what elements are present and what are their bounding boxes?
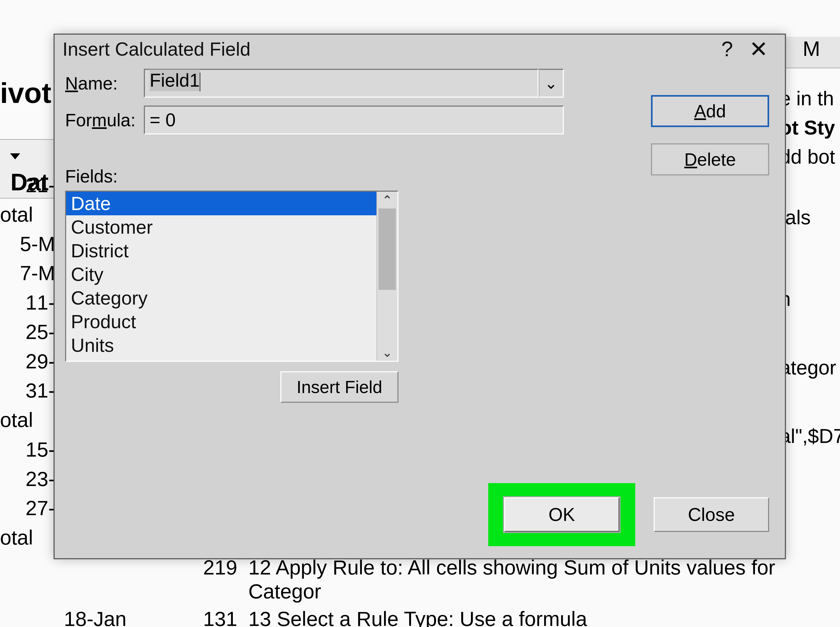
close-button[interactable]: Close (654, 497, 769, 532)
close-icon[interactable]: ✕ (743, 36, 774, 62)
list-item[interactable]: Customer (66, 215, 376, 239)
cell[interactable]: 15- (0, 435, 55, 465)
cell[interactable]: 25- (0, 317, 55, 347)
list-item[interactable]: District (66, 239, 376, 263)
dialog-titlebar[interactable]: Insert Calculated Field ? ✕ (55, 35, 785, 63)
name-dropdown-button[interactable]: ⌄ (539, 69, 564, 98)
delete-button[interactable]: Delete (651, 143, 769, 175)
list-item[interactable]: City (66, 263, 376, 286)
text-caret (200, 72, 200, 91)
list-item[interactable]: Price (66, 357, 376, 361)
scroll-thumb[interactable] (379, 208, 396, 290)
cell[interactable]: 27- (0, 494, 55, 523)
insert-field-button[interactable]: Insert Field (280, 371, 398, 403)
fields-listbox[interactable]: Date Customer District City Category Pro… (65, 191, 398, 362)
ok-highlight: OK (488, 483, 635, 546)
list-item[interactable]: Product (66, 310, 376, 334)
scrollbar[interactable]: ⌃ ⌄ (376, 192, 397, 361)
text-fragment-ivot: ivot (0, 76, 52, 109)
name-label: Name: (65, 73, 144, 93)
list-item[interactable]: Date (66, 192, 376, 215)
cell[interactable]: 29- (0, 347, 55, 376)
scroll-down-icon[interactable]: ⌄ (377, 344, 397, 361)
formula-input[interactable]: = 0 (144, 106, 564, 134)
left-date-column: 21- otal 5-M 7-M 11- 25- 29- 31- otal 15… (0, 171, 55, 553)
cell[interactable]: 5-M (0, 230, 55, 259)
cell[interactable]: 7-M (0, 258, 55, 288)
cell[interactable]: 23- (0, 465, 55, 494)
cell[interactable]: otal (0, 200, 55, 230)
cell[interactable]: 11- (0, 288, 55, 317)
insert-calculated-field-dialog: Insert Calculated Field ? ✕ Name: Field1… (53, 34, 786, 559)
name-input[interactable]: Field1 (144, 69, 539, 98)
formula-input-value: = 0 (149, 109, 176, 131)
scroll-up-icon[interactable]: ⌃ (377, 192, 397, 208)
formula-label: Formula: (65, 110, 144, 130)
column-header-m[interactable]: M (782, 37, 840, 68)
table-row[interactable]: 219 12 Apply Rule to: All cells showing … (0, 554, 840, 605)
add-button[interactable]: Add (651, 95, 769, 127)
table-row[interactable]: 18-Jan 131 13 Select a Rule Type: Use a … (0, 605, 840, 627)
list-item[interactable]: Category (66, 286, 376, 310)
cell[interactable]: 31- (0, 376, 55, 405)
list-item[interactable]: Units (66, 334, 376, 357)
cell[interactable]: otal (0, 523, 55, 553)
ok-button[interactable]: OK (504, 497, 620, 532)
dialog-title: Insert Calculated Field (63, 38, 711, 60)
chevron-down-icon: ⌄ (544, 74, 558, 93)
right-notes-fragments: e in th ot Sty dd bot tals n ategor al",… (780, 84, 840, 451)
name-input-value: Field1 (149, 69, 200, 91)
bottom-visible-rows: 219 12 Apply Rule to: All cells showing … (0, 553, 840, 627)
cell[interactable]: otal (0, 405, 55, 435)
filter-dropdown-icon[interactable]: ▾ (11, 149, 20, 162)
cell[interactable]: 21- (0, 171, 55, 200)
help-icon[interactable]: ? (711, 37, 743, 61)
